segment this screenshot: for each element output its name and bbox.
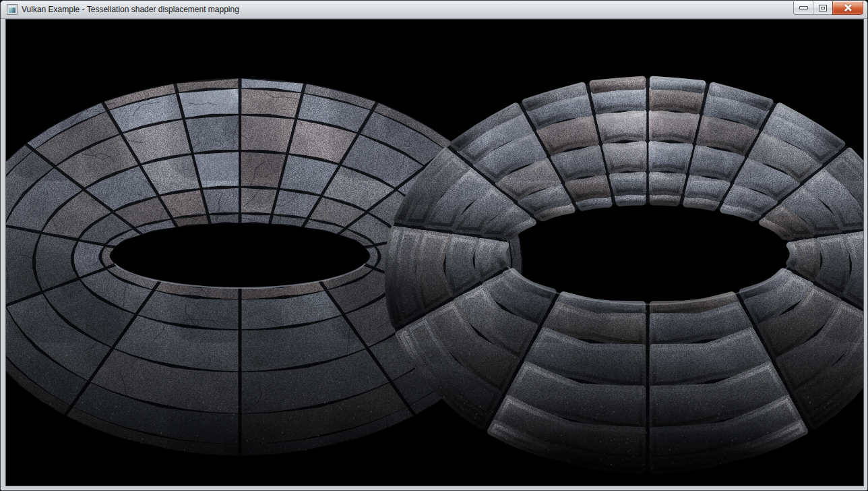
- application-icon[interactable]: [7, 4, 18, 15]
- vulkan-viewport[interactable]: [5, 19, 864, 486]
- window-controls: [794, 1, 863, 15]
- render-area: [5, 19, 864, 486]
- close-button[interactable]: [832, 1, 863, 15]
- titlebar[interactable]: Vulkan Example - Tessellation shader dis…: [1, 1, 867, 19]
- minimize-icon: [799, 6, 808, 9]
- minimize-button[interactable]: [793, 1, 813, 15]
- window-title: Vulkan Example - Tessellation shader dis…: [22, 1, 239, 18]
- maximize-icon: [819, 5, 827, 11]
- app-window: Vulkan Example - Tessellation shader dis…: [0, 0, 868, 491]
- close-icon: [844, 3, 852, 12]
- maximize-button[interactable]: [813, 1, 833, 15]
